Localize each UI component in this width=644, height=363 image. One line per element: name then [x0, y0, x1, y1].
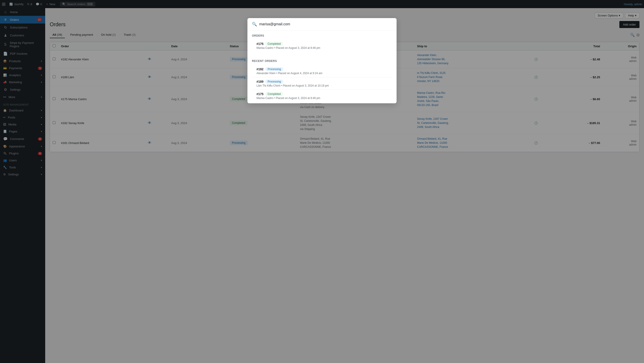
search-modal-input[interactable]	[259, 22, 392, 26]
status-badge-completed-175: Completed	[265, 92, 283, 96]
status-badge-completed: Completed	[265, 42, 283, 46]
search-modal-icon: 🔍	[252, 22, 257, 27]
recent-result-175[interactable]: #175 Completed Marisa Castro • Placed on…	[252, 90, 392, 103]
search-result-item-175[interactable]: #175 Completed Marisa Castro • Placed on…	[252, 40, 392, 53]
status-badge-processing-192: Processing	[265, 67, 283, 71]
search-overlay[interactable]: 🔍 Orders #175 Completed Marisa Castro • …	[0, 0, 644, 363]
search-input-row: 🔍	[248, 18, 396, 30]
orders-results-section: Orders #175 Completed Marisa Castro • Pl…	[248, 30, 396, 53]
status-badge-processing-189: Processing	[265, 80, 283, 84]
recent-orders-section: Recent orders #192 Processing Alexander …	[248, 56, 396, 103]
recent-result-189[interactable]: #189 Processing Lâm Thị Kiều Chinh • Pla…	[252, 77, 392, 90]
recent-section-label: Recent orders	[252, 60, 392, 62]
orders-section-label: Orders	[252, 34, 392, 37]
recent-result-192[interactable]: #192 Processing Alexander Klein • Placed…	[252, 65, 392, 77]
search-modal: 🔍 Orders #175 Completed Marisa Castro • …	[248, 18, 396, 103]
